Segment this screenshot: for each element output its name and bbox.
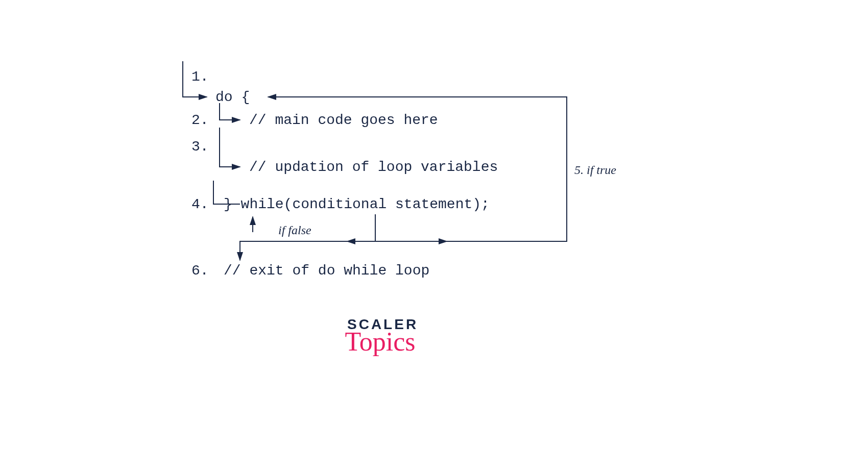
scaler-topics-logo: SCALER Topics (347, 316, 418, 357)
code-exit: // exit of do while loop (224, 263, 429, 279)
step-number-2: 2. (191, 112, 209, 128)
code-update: // updation of loop variables (249, 159, 498, 175)
step-number-6: 6. (191, 263, 209, 279)
step-number-3: 3. (191, 139, 209, 155)
code-while: } while(conditional statement); (224, 196, 490, 212)
logo-text-topics: Topics (342, 327, 418, 357)
step-number-1: 1. (191, 69, 209, 85)
step-number-4: 4. (191, 196, 209, 212)
label-if-true: 5. if true (574, 163, 616, 177)
code-main: // main code goes here (249, 112, 438, 128)
code-do: do { (215, 89, 250, 105)
do-while-flow-diagram: 1. do { 2. // main code goes here 3. // … (179, 61, 638, 316)
label-if-false: if false (278, 223, 311, 237)
